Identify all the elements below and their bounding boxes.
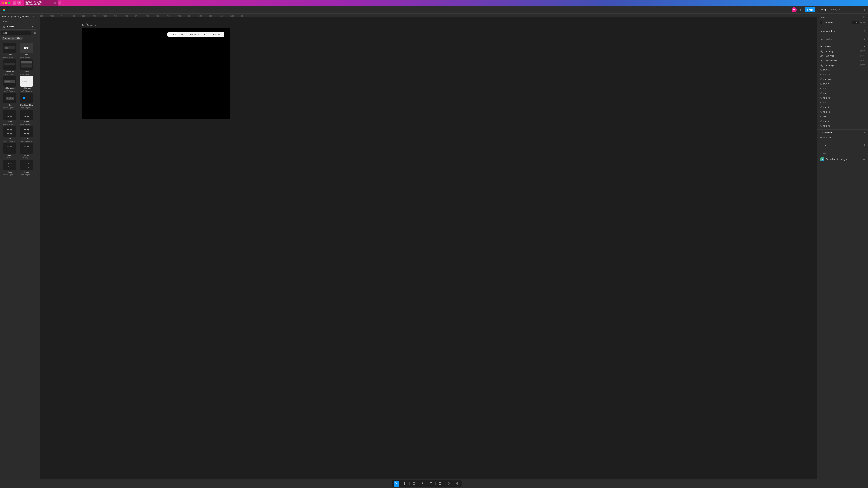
plugin-action-icon[interactable]: — [863,158,865,160]
tab-prototype[interactable]: Prototype [830,8,840,11]
ts-name: text-6xl [823,111,865,113]
list-item[interactable]: ✦ ✦ ✦ ✦ Stars NextUI Figma Ki... [19,110,35,125]
project-chevron-icon[interactable]: ▾ [33,16,34,18]
text-style-item[interactable]: text-lg [820,82,865,86]
tab-assets[interactable]: Assets [7,25,14,28]
list-item[interactable]: ✧ ✧ ✧ ✧ Stars NextUI Figma Ki... [19,143,35,159]
list-item[interactable]: ✚ ✚ ✚ ✚ Stars NextUI Figma Ki... [2,126,18,142]
page-zoom-input[interactable] [852,21,859,24]
page-row: 1E1E1E % 👁 [820,20,865,25]
asset-source: NextUI Figma Ki... [3,107,17,109]
text-style-item[interactable]: text-4xl [820,100,865,105]
eye-icon[interactable]: 👁 [863,21,865,24]
page-options-icon[interactable]: ⊞ [863,15,865,19]
text-style-item[interactable]: Ag text-medium 16/24 [820,58,865,63]
fullscreen-button[interactable] [8,2,10,4]
present-button[interactable]: ▶ [798,7,803,12]
svg-point-0 [3,9,4,10]
list-item[interactable]: ✦ ✦ ✦ ✦ Stars NextUI Figma Ki... [2,160,18,176]
rectangle-tool[interactable] [411,481,417,487]
list-item[interactable]: TableCell NextUI Figma Ki... [2,59,18,75]
dark-container[interactable]: World N.Y. Business Arts Science [82,28,230,119]
list-item[interactable]: Table NextUI Figma Ki... [19,59,35,75]
local-styles-add-icon[interactable]: + [864,37,865,41]
effect-style-shadow[interactable]: shadow [820,135,865,140]
effect-styles-add-icon[interactable]: + [864,131,865,134]
frame-tool[interactable] [402,481,408,487]
text-style-item[interactable]: text-8xl [820,119,865,123]
ts-dot-icon [820,74,822,75]
text-style-item[interactable]: text-6xl [820,110,865,114]
tab-file[interactable]: File [2,25,5,28]
ts-ag-icon: Ag [820,55,825,57]
hand-tool[interactable] [454,481,460,487]
search-filter-icon[interactable]: ⊞ [34,32,36,34]
active-tab[interactable]: NextUI Figma Kit (Community) C... × [24,0,58,6]
list-item[interactable]: ✦ ✦ ✦ ✦ Stars NextUI Figma Ki... [2,110,18,125]
select-tool[interactable] [394,481,400,487]
filter-chip-created[interactable]: Created in this file × [2,37,23,40]
tab-world[interactable]: World [168,32,179,37]
close-button[interactable] [2,2,4,4]
text-style-item[interactable]: text-3xl [820,95,865,100]
export-header: Export + [820,143,865,148]
text-style-item[interactable]: text-9xl [820,123,865,128]
ts-name: text-5xl [823,106,865,109]
local-variables-sort-icon[interactable]: ⊞ [864,30,865,32]
export-title: Export [820,144,827,146]
list-item[interactable]: TableRow NextUI Figma Ki... [19,76,35,92]
text-style-item[interactable]: text-7xl [820,114,865,119]
filter-chip-close-icon[interactable]: × [21,37,22,40]
tab-business[interactable]: Business [188,32,202,37]
list-item[interactable]: TableHeader NextUI Figma Ki... [2,76,18,92]
pen-tool[interactable] [420,481,426,487]
tab-ny[interactable]: N.Y. [179,32,187,37]
tab-arts[interactable]: Arts [202,32,210,37]
right-panel-more-icon[interactable]: ⊞ [863,8,865,11]
search-clear-icon[interactable]: × [32,32,33,34]
shape-tool[interactable] [437,481,443,487]
list-item[interactable]: ✚ ✚ ✚ ✚ Stars NextUI Figma Ki... [19,126,35,142]
text-style-item[interactable]: Ag text-tiny 12/16 [820,49,865,54]
text-style-item[interactable]: Ag text-large 18/28 [820,63,865,67]
local-styles-row: Local styles + [820,37,865,41]
figma-menu-icon[interactable] [2,8,6,12]
share-button[interactable]: Share [805,7,815,12]
text-styles-add-icon[interactable]: + [864,45,865,48]
list-item[interactable]: Tabs NextUI Figma Ki... [2,42,18,58]
more-options-icon[interactable]: ... [863,1,866,4]
list-item[interactable]: ✓ Checkbox_Ele... NextUI Figma Ki... [19,93,35,109]
figma-icon[interactable] [18,1,21,5]
page-color-swatch[interactable] [820,21,823,24]
tab-design[interactable]: Design [820,8,827,11]
assets-options-icon[interactable]: ⊞ [30,25,34,29]
plugin-item-html-to-design[interactable]: H Open html.to.design — [820,156,865,162]
text-tool[interactable]: T [428,481,434,487]
new-tab-button[interactable]: + [58,1,61,5]
tab-science[interactable]: Science [211,32,223,37]
tab-text-preview: Text [24,46,29,50]
avatar: U [792,7,797,12]
back-icon[interactable]: ⌂ [13,1,16,5]
asset-thumb-stars7: ✦ ✦ ✦ ✦ [3,160,16,170]
text-style-item[interactable]: text-sm [820,72,865,77]
tabs-component[interactable]: World N.Y. Business Arts Science [167,32,224,37]
text-style-item[interactable]: text-xs [820,67,865,72]
list-item[interactable]: ✧ ✧ ✧ ✧ Stars NextUI Figma Ki... [2,143,18,159]
text-style-item[interactable]: Ag text-small 14/20 [820,54,865,58]
text-style-item[interactable]: text-xl [820,86,865,91]
export-add-icon[interactable]: + [864,143,865,147]
list-item[interactable]: Text Tab NextUI Figma Ki... [19,42,35,58]
component-tool[interactable] [446,481,452,487]
text-style-item[interactable]: text-2xl [820,91,865,95]
list-item[interactable]: ⌘ K Kbd NextUI Figma Ki... [2,93,18,109]
tab-close-button[interactable]: × [54,2,56,4]
minimize-button[interactable] [5,2,7,4]
text-style-item[interactable]: text-base [820,77,865,82]
canvas-main[interactable]: Dark container World N.Y. Business Arts … [40,17,817,479]
asset-thumb-kbd: ⌘ K [3,93,16,103]
list-item[interactable]: ✦ ✦ ✦ ✦ Stars NextUI Figma Ki... [19,160,35,176]
search-input[interactable] [1,30,31,35]
sidebar-toggle-icon[interactable]: ≡ [7,8,11,12]
text-style-item[interactable]: text-5xl [820,105,865,110]
